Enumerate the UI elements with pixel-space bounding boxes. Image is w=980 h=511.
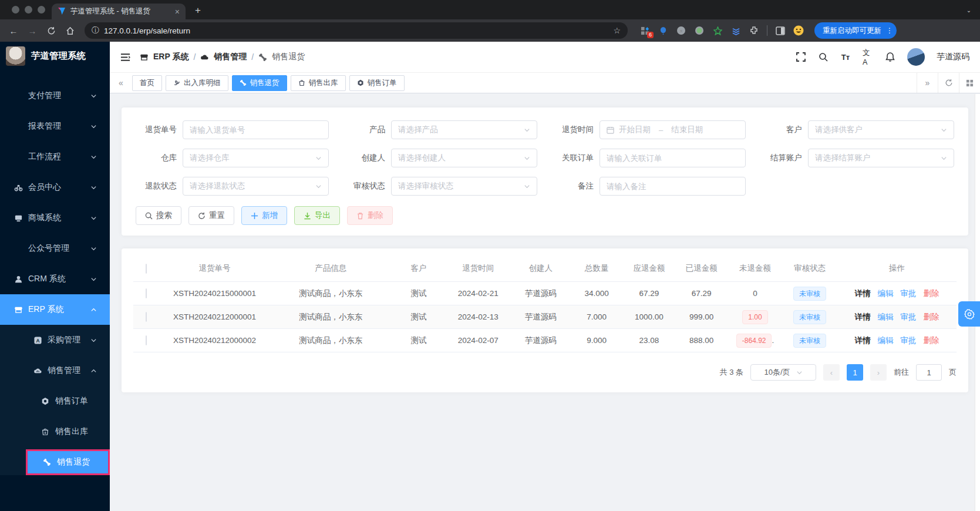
- forward-icon[interactable]: →: [25, 23, 40, 38]
- browser-tab[interactable]: 芋道管理系统 - 销售退货 ×: [52, 4, 186, 19]
- bookmark-star-icon[interactable]: ☆: [613, 26, 621, 35]
- product-select[interactable]: 请选择产品: [391, 120, 537, 139]
- edit-link[interactable]: 编辑: [878, 312, 894, 322]
- tabs-scroll-right-icon[interactable]: »: [917, 73, 938, 93]
- browser-menu-icon[interactable]: ⋮: [886, 29, 893, 32]
- audit-status-select[interactable]: 请选择审核状态: [391, 177, 537, 196]
- delete-link[interactable]: 删除: [924, 312, 939, 322]
- related-order-input[interactable]: [607, 154, 739, 163]
- extensions-puzzle-icon[interactable]: [749, 25, 759, 36]
- fullscreen-icon[interactable]: [796, 52, 806, 62]
- ext-chevrons-icon[interactable]: [730, 25, 741, 36]
- window-zoom-icon[interactable]: [38, 6, 45, 14]
- settlement-account-select[interactable]: 请选择结算账户: [808, 149, 954, 167]
- detail-link[interactable]: 详情: [855, 288, 871, 299]
- approve-link[interactable]: 审批: [901, 288, 917, 299]
- detail-link[interactable]: 详情: [855, 335, 871, 346]
- new-tab-button[interactable]: +: [195, 5, 201, 16]
- table-row[interactable]: XSTH20240212000001 测试商品，小东东 测试 2024-02-1…: [133, 305, 957, 329]
- refund-status-select[interactable]: 请选择退款状态: [183, 177, 329, 196]
- start-date-placeholder[interactable]: 开始日期: [619, 125, 651, 135]
- address-bar[interactable]: ⓘ 127.0.0.1/erp/sale/return ☆: [85, 22, 628, 39]
- add-button[interactable]: 新增: [241, 206, 287, 225]
- edit-link[interactable]: 编辑: [878, 335, 894, 346]
- approve-link[interactable]: 审批: [901, 312, 917, 322]
- select-all-checkbox[interactable]: [146, 264, 147, 274]
- user-avatar[interactable]: [907, 48, 925, 66]
- page-size-select[interactable]: 10条/页: [750, 364, 816, 381]
- creator-select[interactable]: 请选择创建人: [391, 149, 537, 167]
- table-row[interactable]: XSTH20240212000002 测试商品，小东东 测试 2024-02-0…: [133, 329, 957, 352]
- warehouse-select[interactable]: 请选择仓库: [183, 149, 329, 167]
- side-panel-icon[interactable]: [775, 25, 786, 36]
- breadcrumb-sales[interactable]: 销售管理: [214, 52, 247, 62]
- browser-update-button[interactable]: 重新启动即可更新 ⋮: [814, 22, 897, 39]
- tabs-scroll-left-icon[interactable]: «: [113, 78, 129, 88]
- sidebar-item-workflow[interactable]: 工作流程: [0, 142, 110, 172]
- app-logo[interactable]: 芋道管理系统: [0, 42, 110, 70]
- ext-balloon-icon[interactable]: [658, 25, 668, 36]
- refresh-view-icon[interactable]: [938, 73, 959, 93]
- next-page-button[interactable]: ›: [870, 364, 887, 381]
- sidebar-item-sale-order[interactable]: 销售订单: [0, 386, 110, 416]
- remark-input[interactable]: [607, 182, 739, 191]
- customer-select[interactable]: 请选择供客户: [808, 120, 954, 139]
- language-icon[interactable]: 文A: [863, 52, 873, 62]
- ext-blocker-icon[interactable]: 6: [639, 25, 650, 36]
- sidebar-item-purchase[interactable]: A 采购管理: [0, 325, 110, 355]
- approve-link[interactable]: 审批: [901, 335, 917, 346]
- view-tab-sale-order[interactable]: 销售订单: [349, 75, 405, 91]
- ext-green-star-icon[interactable]: [712, 25, 723, 36]
- sidebar-item-member[interactable]: 会员中心: [0, 172, 110, 203]
- reset-button[interactable]: 重置: [188, 206, 234, 225]
- site-info-icon[interactable]: ⓘ: [92, 25, 99, 36]
- return-time-range-picker[interactable]: 开始日期 – 结束日期: [600, 120, 746, 139]
- goto-page-input[interactable]: [916, 364, 942, 381]
- sidebar-item-sale-out[interactable]: 销售出库: [0, 416, 110, 447]
- profile-avatar-icon[interactable]: [793, 25, 804, 36]
- sidebar-item-payment[interactable]: 支付管理: [0, 80, 110, 111]
- tab-close-icon[interactable]: ×: [175, 7, 180, 16]
- username[interactable]: 芋道源码: [937, 52, 969, 62]
- table-row[interactable]: XSTH20240215000001 测试商品，小东东 测试 2024-02-2…: [133, 282, 957, 305]
- delete-button[interactable]: 删除: [347, 206, 393, 225]
- edit-link[interactable]: 编辑: [878, 288, 894, 299]
- sidebar-item-report[interactable]: 报表管理: [0, 111, 110, 142]
- search-icon[interactable]: [818, 52, 829, 62]
- row-checkbox[interactable]: [146, 335, 147, 345]
- view-tab-sale-return[interactable]: 销售退货: [232, 75, 287, 91]
- window-minimize-icon[interactable]: [25, 6, 32, 14]
- detail-link[interactable]: 详情: [855, 312, 871, 322]
- settings-gear-button[interactable]: [958, 301, 980, 327]
- view-tab-sale-out[interactable]: 销售出库: [291, 75, 346, 91]
- ext-green-circle-icon[interactable]: [694, 25, 705, 36]
- reload-icon[interactable]: [43, 23, 59, 38]
- view-tab-stock-detail[interactable]: 出入库明细: [166, 75, 228, 91]
- delete-link[interactable]: 删除: [924, 288, 939, 299]
- end-date-placeholder[interactable]: 结束日期: [671, 125, 703, 135]
- view-tab-home[interactable]: 首页: [132, 75, 162, 91]
- font-size-icon[interactable]: Tт: [840, 52, 851, 62]
- delete-link[interactable]: 删除: [924, 335, 939, 346]
- tab-search-icon[interactable]: ⌄: [964, 5, 974, 15]
- notification-bell-icon[interactable]: [885, 52, 895, 62]
- ext-gray-circle-icon[interactable]: ೫: [676, 25, 686, 36]
- layout-grid-icon[interactable]: [959, 73, 980, 93]
- export-button[interactable]: 导出: [294, 206, 340, 225]
- url-text[interactable]: 127.0.0.1/erp/sale/return: [104, 26, 608, 35]
- current-page-button[interactable]: 1: [847, 364, 863, 381]
- back-icon[interactable]: ←: [6, 23, 21, 38]
- search-button[interactable]: 搜索: [136, 206, 181, 225]
- sidebar-item-mp[interactable]: 公众号管理: [0, 233, 110, 264]
- window-close-icon[interactable]: [12, 6, 19, 14]
- sidebar-item-mall[interactable]: 商城系统: [0, 203, 110, 233]
- home-icon[interactable]: [62, 23, 78, 38]
- window-controls[interactable]: [12, 6, 45, 14]
- sidebar-item-crm[interactable]: CRM 系统: [0, 264, 110, 294]
- sidebar-item-sales[interactable]: 销售管理: [0, 355, 110, 386]
- row-checkbox[interactable]: [146, 312, 147, 322]
- sidebar-item-sale-return[interactable]: 销售退货: [26, 449, 110, 475]
- prev-page-button[interactable]: ‹: [823, 364, 840, 381]
- sidebar-item-erp[interactable]: ERP 系统: [0, 294, 110, 325]
- breadcrumb-erp[interactable]: ERP 系统: [153, 52, 188, 62]
